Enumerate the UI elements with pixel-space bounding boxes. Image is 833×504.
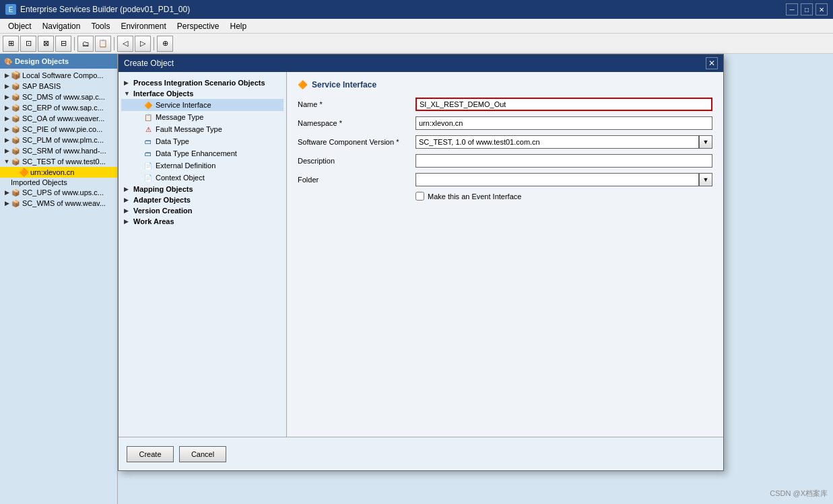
cancel-button[interactable]: Cancel (179, 446, 226, 462)
sidebar-item-ups[interactable]: ▶ 📦 SC_UPS of www.ups.c... (0, 187, 117, 198)
sidebar-tree: ▶ 📦 Local Software Compo... ▶ 📦 SAP BASI… (0, 69, 117, 504)
toggle-dte (124, 150, 133, 157)
toolbar-btn-5[interactable]: 🗂 (77, 36, 94, 52)
toolbar-btn-2[interactable]: ⊡ (20, 36, 36, 52)
toggle-vc: ▶ (124, 207, 133, 214)
toolbar-btn-8[interactable]: ▷ (135, 36, 151, 52)
sidebar-design-icon: 🎨 (4, 58, 12, 65)
icon-wms: 📦 (11, 199, 20, 208)
sidebar-item-dms[interactable]: ▶ 📦 SC_DMS of www.sap.c... (0, 92, 117, 102)
dialog-tree-io[interactable]: ▼ Interface Objects (121, 88, 284, 99)
dialog-tree-ao[interactable]: ▶ Adapter Objects (121, 194, 284, 205)
sidebar-item-wms[interactable]: ▶ 📦 SC_WMS of www.weav... (0, 198, 117, 209)
dialog-tree-wa[interactable]: ▶ Work Areas (121, 216, 284, 227)
dialog-tree-fmt[interactable]: ⚠ Fault Message Type (121, 123, 284, 135)
sidebar-item-local[interactable]: ▶ 📦 Local Software Compo... (0, 70, 117, 81)
title-bar-left: E Enterprise Services Builder (podev01_P… (5, 4, 190, 15)
sidebar-item-imported[interactable]: Imported Objects (0, 178, 117, 187)
dialog-tree-dte[interactable]: 🗃 Data Type Enhancement (121, 147, 284, 159)
app-icon: E (5, 4, 16, 15)
toggle-oa: ▶ (3, 114, 11, 122)
toggle-pie: ▶ (3, 125, 11, 133)
swcv-browse-button[interactable]: ▼ (699, 135, 712, 149)
icon-srm: 📦 (11, 146, 20, 155)
toggle-wa: ▶ (124, 218, 133, 225)
swcv-input[interactable] (415, 135, 699, 149)
toolbar-btn-6[interactable]: 📋 (95, 36, 111, 52)
menu-navigation[interactable]: Navigation (37, 20, 86, 32)
label-vc: Version Creation (133, 207, 192, 215)
icon-test: 📦 (11, 157, 20, 166)
event-interface-checkbox[interactable] (415, 192, 424, 201)
toggle-local: ▶ (3, 71, 11, 79)
icon-dms: 📦 (11, 92, 20, 102)
app-title: Enterprise Services Builder (podev01_PD1… (20, 5, 190, 14)
toggle-co (124, 174, 133, 181)
maximize-button[interactable]: □ (801, 3, 813, 15)
toolbar-btn-9[interactable]: ⊕ (157, 36, 173, 52)
form-row-folder: Folder ▼ (298, 173, 712, 186)
dialog-tree-mt[interactable]: 📋 Message Type (121, 111, 284, 123)
title-bar-controls: ─ □ ✕ (786, 3, 828, 15)
menu-help[interactable]: Help (224, 20, 252, 32)
namespace-input[interactable] (415, 116, 712, 130)
toolbar-btn-7[interactable]: ◁ (117, 36, 133, 52)
toggle-piso: ▶ (124, 79, 133, 86)
form-row-name: Name (298, 98, 712, 111)
sidebar-item-testns[interactable]: 🔶 urn:xlevon.cn (0, 167, 117, 178)
dialog-title-bar: Create Object ✕ (119, 55, 723, 72)
label-wms: SC_WMS of www.weav... (22, 199, 106, 207)
name-input[interactable] (415, 98, 712, 111)
event-interface-row: Make this an Event Interface (415, 192, 712, 201)
dialog-right-panel: 🔶 Service Interface Name Namespace Softw… (287, 72, 723, 437)
toolbar-btn-1[interactable]: ⊞ (3, 36, 19, 52)
dialog-tree-si[interactable]: 🔶 Service Interface (121, 99, 284, 111)
label-srm: SC_SRM of www.hand-... (22, 147, 106, 155)
menu-tools[interactable]: Tools (86, 20, 115, 32)
sidebar-item-erp[interactable]: ▶ 📦 SC_ERP of www.sap.c... (0, 102, 117, 113)
section-icon: 🔶 (298, 80, 308, 89)
close-button[interactable]: ✕ (815, 3, 828, 15)
dialog-tree-dt[interactable]: 🗃 Data Type (121, 135, 284, 147)
dialog-tree-piso[interactable]: ▶ Process Integration Scenario Objects (121, 77, 284, 88)
sidebar-item-oa[interactable]: ▶ 📦 SC_OA of www.weaver... (0, 113, 117, 124)
dialog-left-panel: ▶ Process Integration Scenario Objects ▼… (119, 72, 287, 437)
icon-co: 📄 (143, 173, 154, 182)
label-io: Interface Objects (133, 89, 193, 98)
folder-browse-button[interactable]: ▼ (699, 173, 712, 186)
create-object-dialog: Create Object ✕ ▶ Process Integration Sc… (118, 54, 724, 471)
dialog-body: ▶ Process Integration Scenario Objects ▼… (119, 72, 723, 437)
toolbar-btn-4[interactable]: ⊟ (55, 36, 71, 52)
folder-input[interactable] (415, 173, 699, 186)
dialog-tree-vc[interactable]: ▶ Version Creation (121, 205, 284, 216)
dialog-tree-co[interactable]: 📄 Context Object (121, 172, 284, 184)
menu-environment[interactable]: Environment (115, 20, 171, 32)
sidebar-item-srm[interactable]: ▶ 📦 SC_SRM of www.hand-... (0, 145, 117, 156)
label-dte: Data Type Enhancement (156, 149, 237, 157)
minimize-button[interactable]: ─ (786, 3, 798, 15)
menu-perspective[interactable]: Perspective (172, 20, 225, 32)
label-local: Local Software Compo... (22, 71, 103, 79)
toggle-erp: ▶ (3, 104, 11, 112)
toolbar-btn-3[interactable]: ⊠ (38, 36, 54, 52)
create-button[interactable]: Create (127, 446, 174, 462)
label-mo: Mapping Objects (133, 185, 193, 193)
description-label: Description (298, 157, 415, 165)
toggle-ups: ▶ (3, 188, 11, 196)
sidebar-item-pie[interactable]: ▶ 📦 SC_PIE of www.pie.co... (0, 124, 117, 135)
dialog-close-button[interactable]: ✕ (706, 57, 718, 69)
dialog-footer: Create Cancel (119, 437, 723, 470)
sidebar-item-test[interactable]: ▼ 📦 SC_TEST of www.test0... (0, 156, 117, 167)
dialog-tree-mo[interactable]: ▶ Mapping Objects (121, 184, 284, 194)
label-ed: External Definition (156, 161, 215, 170)
icon-fmt: ⚠ (143, 124, 154, 134)
menu-object[interactable]: Object (3, 20, 37, 32)
label-fmt: Fault Message Type (156, 125, 222, 133)
sidebar-item-plm[interactable]: ▶ 📦 SC_PLM of www.plm.c... (0, 135, 117, 145)
icon-dte: 🗃 (143, 149, 154, 158)
folder-label: Folder (298, 176, 415, 184)
sidebar-item-sap[interactable]: ▶ 📦 SAP BASIS (0, 81, 117, 92)
dialog-tree-ed[interactable]: 📄 External Definition (121, 159, 284, 172)
description-input[interactable] (415, 154, 712, 168)
label-si: Service Interface (156, 101, 211, 109)
